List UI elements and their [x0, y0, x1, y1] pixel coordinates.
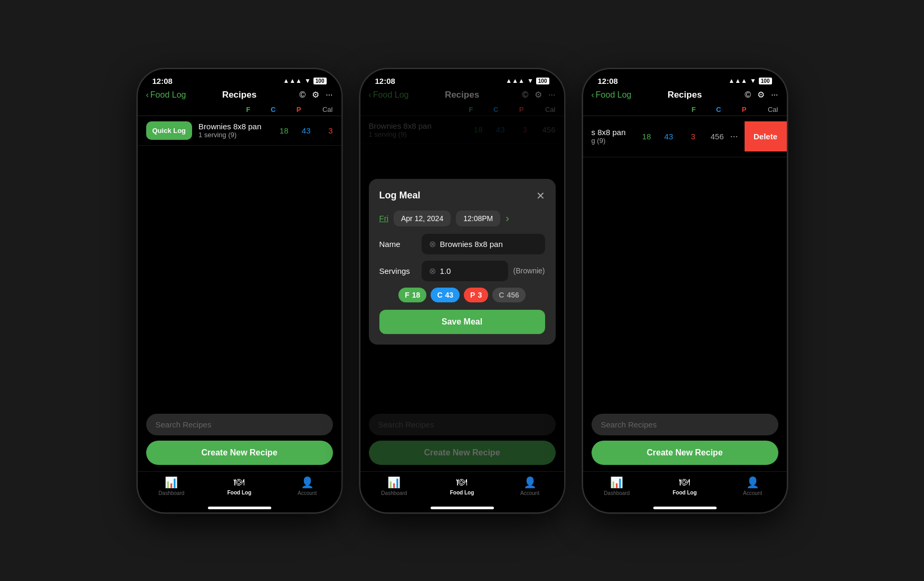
food-log-icon: 🍽	[679, 476, 690, 488]
nav-actions: © ⚙ ···	[513, 90, 556, 100]
recipe-macros: 18 43 3	[274, 126, 333, 135]
tab-dashboard[interactable]: 📊 Dashboard	[153, 476, 190, 496]
col-cal: Cal	[312, 106, 333, 113]
tab-account-label: Account	[298, 490, 317, 496]
bottom-actions: Search Recipes Create New Recipe	[138, 407, 341, 471]
macro-fat: 18	[636, 132, 651, 141]
recipe-name: Brownies 8x8 pan	[198, 122, 273, 131]
search-bar[interactable]: Search Recipes	[592, 414, 778, 435]
clear-servings-button[interactable]: ⊗	[429, 266, 436, 276]
delete-button[interactable]: Delete	[745, 121, 787, 151]
date-picker[interactable]: Apr 12, 2024	[394, 211, 451, 226]
wifi-icon: ▼	[304, 77, 311, 84]
tab-account-label: Account	[743, 490, 762, 496]
search-bar[interactable]: Search Recipes	[146, 414, 333, 435]
back-label: Food Log	[373, 90, 409, 100]
tab-food-log-label: Food Log	[450, 490, 474, 496]
dashboard-icon: 📊	[165, 476, 178, 489]
content-area: Brownies 8x8 pan 1 serving (9) 18 43 3 4…	[360, 116, 564, 407]
clear-name-button[interactable]: ⊗	[429, 239, 436, 249]
col-p: P	[732, 106, 747, 113]
tab-dashboard-label: Dashboard	[158, 490, 184, 496]
day-link[interactable]: Fri	[379, 214, 389, 223]
close-button[interactable]: ✕	[536, 189, 545, 202]
log-meal-modal: Log Meal ✕ Fri Apr 12, 2024 12:08PM › Na…	[369, 179, 556, 345]
cal-pill: C 456	[492, 288, 525, 302]
middle-phone: 12:08 ▲▲▲ ▼ 100 ‹ Food Log Recipes © ⚙ ·…	[359, 68, 565, 513]
save-meal-button[interactable]: Save Meal	[379, 310, 545, 334]
col-f: F	[236, 106, 251, 113]
nav-bar: ‹ Food Log Recipes © ⚙ ···	[138, 88, 341, 104]
fat-letter: F	[405, 291, 409, 299]
chevron-left-icon: ‹	[369, 90, 371, 100]
tab-account[interactable]: 👤 Account	[289, 476, 326, 496]
tab-account[interactable]: 👤 Account	[511, 476, 548, 496]
delete-row: s 8x8 pan g (9) 18 43 3 456 ··· Delete	[583, 116, 787, 157]
macro-protein: 3	[680, 132, 695, 141]
bottom-actions: Search Recipes Create New Recipe	[583, 407, 787, 471]
servings-input[interactable]: ⊗ 1.0	[422, 261, 508, 281]
col-cal: Cal	[757, 106, 778, 113]
col-cal: Cal	[535, 106, 556, 113]
tab-account-label: Account	[520, 490, 539, 496]
tab-dashboard-label: Dashboard	[604, 490, 630, 496]
tab-food-log[interactable]: 🍽 Food Log	[221, 476, 258, 496]
nav-actions: © ⚙ ···	[291, 90, 333, 100]
back-button[interactable]: ‹ Food Log	[146, 90, 188, 100]
tab-bar: 📊 Dashboard 🍽 Food Log 👤 Account	[583, 471, 787, 507]
tab-food-log[interactable]: 🍽 Food Log	[443, 476, 480, 496]
recipe-row: Quick Log Brownies 8x8 pan 1 serving (9)…	[138, 116, 341, 146]
battery-icon: 100	[536, 78, 549, 84]
wifi-icon: ▼	[527, 77, 534, 84]
more-icon: ···	[548, 90, 555, 100]
status-time: 12:08	[598, 77, 618, 85]
name-label: Name	[379, 240, 416, 249]
content-area: Quick Log Brownies 8x8 pan 1 serving (9)…	[138, 116, 341, 407]
status-bar: 12:08 ▲▲▲ ▼ 100	[138, 69, 341, 88]
more-icon[interactable]: ···	[326, 90, 332, 100]
create-recipe-button[interactable]: Create New Recipe	[592, 441, 778, 465]
tab-dashboard[interactable]: 📊 Dashboard	[376, 476, 413, 496]
tab-food-log[interactable]: 🍽 Food Log	[666, 476, 703, 496]
account-icon: 👤	[523, 476, 537, 489]
nav-actions: © ⚙ ···	[736, 90, 778, 100]
carb-letter: C	[437, 291, 442, 299]
back-button: ‹ Food Log	[369, 90, 411, 100]
back-label: Food Log	[150, 90, 186, 100]
time-picker[interactable]: 12:08PM	[456, 211, 500, 226]
recipe-info: s 8x8 pan g (9)	[592, 128, 636, 145]
name-input[interactable]: ⊗ Brownies 8x8 pan	[422, 234, 545, 254]
next-arrow[interactable]: ›	[506, 212, 509, 224]
macro-fat: 18	[274, 126, 289, 135]
back-label: Food Log	[596, 90, 632, 100]
recipe-macros: 18 43 3 456	[636, 132, 723, 141]
modal-title: Log Meal	[379, 190, 421, 201]
sliders-icon: ⚙	[535, 90, 542, 100]
serving-unit: (Brownie)	[513, 266, 545, 275]
tab-food-log-label: Food Log	[227, 490, 252, 496]
carb-value: 43	[445, 291, 454, 299]
create-recipe-button[interactable]: Create New Recipe	[146, 441, 333, 465]
copyright-icon[interactable]: ©	[745, 90, 751, 100]
sliders-icon[interactable]: ⚙	[757, 90, 765, 100]
sliders-icon[interactable]: ⚙	[312, 90, 319, 100]
col-f: F	[681, 106, 696, 113]
left-phone: 12:08 ▲▲▲ ▼ 100 ‹ Food Log Recipes © ⚙ ·…	[137, 68, 342, 513]
name-field-row: Name ⊗ Brownies 8x8 pan	[379, 234, 545, 254]
quick-log-button[interactable]: Quick Log	[146, 121, 193, 140]
status-bar: 12:08 ▲▲▲ ▼ 100	[360, 69, 564, 88]
bottom-actions: Search Recipes Create New Recipe	[360, 407, 564, 471]
status-icons: ▲▲▲ ▼ 100	[728, 77, 771, 84]
tab-account[interactable]: 👤 Account	[734, 476, 771, 496]
back-button[interactable]: ‹ Food Log	[592, 90, 634, 100]
more-icon[interactable]: ···	[771, 90, 778, 100]
status-icons: ▲▲▲ ▼ 100	[506, 77, 549, 84]
recipe-partial: s 8x8 pan g (9) 18 43 3 456 ···	[592, 128, 745, 145]
dashboard-icon: 📊	[610, 476, 623, 489]
copyright-icon[interactable]: ©	[299, 90, 306, 100]
tab-dashboard[interactable]: 📊 Dashboard	[598, 476, 635, 496]
more-dots[interactable]: ···	[723, 131, 744, 142]
protein-letter: P	[470, 291, 475, 299]
name-value: Brownies 8x8 pan	[440, 240, 538, 249]
col-c: C	[707, 106, 721, 113]
